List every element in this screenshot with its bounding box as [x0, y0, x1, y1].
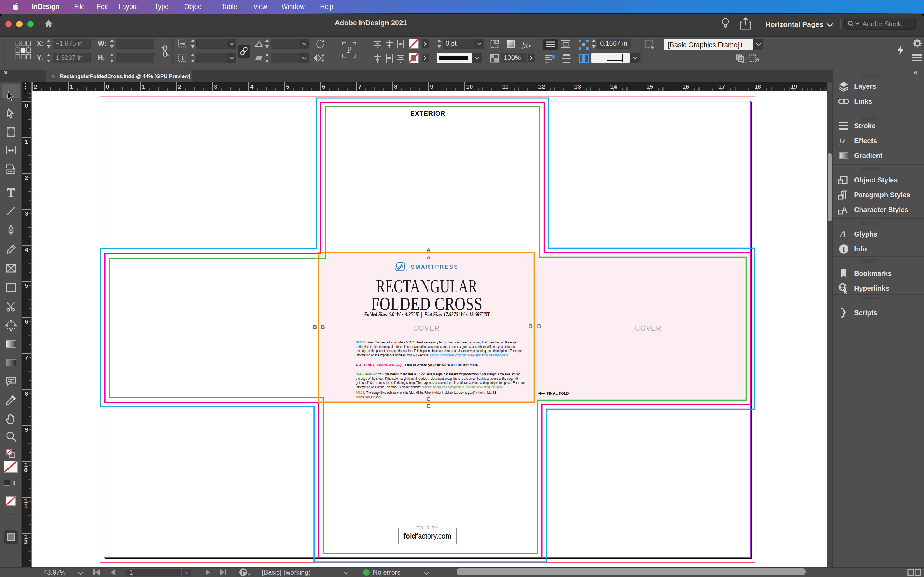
svg-text:i: i	[843, 245, 845, 253]
svg-text:A: A	[839, 229, 846, 240]
svg-text:P: P	[347, 45, 352, 55]
svg-text:fx: fx	[839, 136, 845, 145]
